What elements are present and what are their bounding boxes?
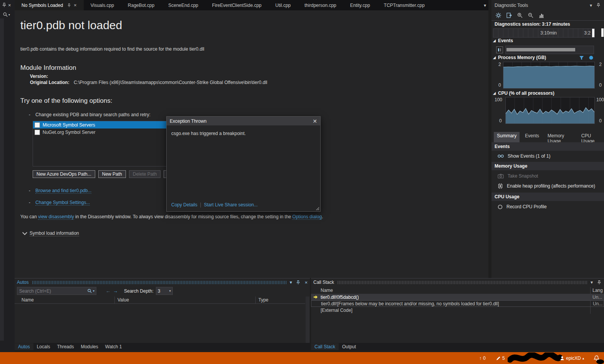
search-input[interactable] [17, 288, 87, 294]
tab-watch-1[interactable]: Watch 1 [102, 343, 126, 350]
tab-call-stack[interactable]: Call Stack [311, 343, 339, 350]
events-swimlane[interactable] [505, 46, 594, 54]
zoom-in-icon[interactable] [517, 12, 523, 18]
column-type[interactable]: Type [258, 297, 268, 303]
close-icon[interactable]: × [8, 2, 11, 8]
tab-sceneend-cpp[interactable]: SceneEnd.cpp [161, 0, 205, 10]
events-section-header[interactable]: ◢ Events [493, 38, 513, 43]
events-glasses-icon [498, 154, 504, 158]
symbol-load-information-expander[interactable]: Symbol load information [23, 231, 79, 236]
resize-grip[interactable] [316, 207, 319, 210]
cpu-section-header[interactable]: ◢ CPU (% of all processors) [493, 91, 554, 96]
panel-title: Call Stack [313, 280, 334, 285]
dialog-titlebar[interactable]: Exception Thrown ✕ [167, 117, 320, 125]
pending-edits-indicator[interactable]: 5 [496, 352, 505, 364]
checkbox[interactable] [35, 130, 40, 135]
column-name[interactable]: Name [22, 297, 34, 303]
autos-search-box[interactable]: ▾ [17, 287, 96, 295]
timeline-ruler[interactable]: 3:10min 3:2 [493, 28, 595, 38]
column-name[interactable]: Name [321, 288, 333, 293]
live-share-user[interactable]: epicXD ▴ [560, 352, 584, 364]
process-memory-section-header[interactable]: ◢ Process Memory (GB) [493, 55, 546, 60]
pin-icon[interactable] [67, 3, 71, 8]
reset-view-chart-icon[interactable] [538, 12, 544, 18]
navigate-forward-icon[interactable]: → [113, 288, 118, 294]
tab-autos[interactable]: Autos [15, 343, 33, 350]
tab-threads[interactable]: Threads [53, 343, 77, 350]
autos-titlebar[interactable]: Autos ▾ × [15, 278, 310, 286]
callstack-row-external[interactable]: [External Code] [311, 307, 604, 313]
callstack-row[interactable]: tier0.dll![Frames below may be incorrect… [311, 300, 604, 307]
search-depth-select[interactable]: 3 ▾ [156, 287, 173, 295]
browse-pdb-link[interactable]: Browse and find tier0.pdb... [35, 188, 91, 194]
close-icon[interactable]: × [74, 3, 77, 8]
checkbox[interactable] [35, 122, 40, 128]
version-row: Version: [30, 74, 48, 79]
events-lane-icon [496, 46, 503, 53]
drag-handle[interactable] [337, 281, 587, 284]
cpu-usage-chart[interactable] [505, 97, 595, 124]
copy-details-link[interactable]: Copy Details [171, 202, 197, 208]
window-position-chevron-icon[interactable]: ▾ [591, 280, 593, 285]
pin-icon[interactable] [296, 280, 301, 285]
change-symbol-settings-link[interactable]: Change Symbol Settings... [35, 200, 90, 206]
process-memory-chart[interactable] [503, 62, 595, 89]
tab-modules[interactable]: Modules [77, 343, 101, 350]
tab-locals[interactable]: Locals [33, 343, 54, 350]
memory-scale-top: 2 [498, 62, 501, 67]
diagnostic-tools-panel: Diagnostic Tools ▾ Diagnostics session: … [491, 0, 604, 278]
new-azure-devops-path-button[interactable]: New Azure DevOps Path... [33, 170, 95, 178]
window-position-chevron-icon[interactable]: ▾ [290, 280, 292, 285]
tab-entity-cpp[interactable]: Entity.cpp [343, 0, 377, 10]
navigate-back-icon[interactable]: ← [106, 288, 111, 294]
diagnostic-tools-titlebar[interactable]: Diagnostic Tools ▾ [491, 0, 604, 10]
chevron-down-icon[interactable]: ▾ [93, 289, 94, 293]
tab-tcptransmitter-cpp[interactable]: TCPTransmitter.cpp [377, 0, 432, 10]
show-events-item[interactable]: Show Events (1 of 1) [491, 152, 604, 161]
column-value[interactable]: Value [117, 297, 129, 303]
pin-icon[interactable] [596, 3, 601, 8]
new-path-button[interactable]: New Path [98, 170, 126, 178]
start-live-share-link[interactable]: Start Live Share session... [204, 202, 258, 208]
page-subtitle: tier0.pdb contains the debug information… [20, 46, 204, 52]
options-dialog-link[interactable]: Options dialog [292, 214, 322, 220]
close-icon[interactable]: ✕ [313, 118, 317, 124]
zoom-out-icon[interactable] [528, 12, 534, 18]
delete-path-button[interactable]: Delete Path [129, 170, 161, 178]
search-icon[interactable] [3, 12, 8, 17]
chevron-down-icon[interactable]: ▾ [8, 13, 10, 16]
drag-handle[interactable] [32, 281, 287, 284]
tab-output[interactable]: Output [339, 343, 359, 350]
redaction-scribble [508, 352, 562, 364]
take-snapshot-item[interactable]: Take Snapshot [491, 171, 604, 181]
tab-fireeventclientside-cpp[interactable]: FireEventClientSide.cpp [205, 0, 268, 10]
heap-profiling-item[interactable]: Enable heap profiling (affects performan… [491, 181, 604, 191]
pin-icon[interactable] [2, 2, 7, 8]
column-divider[interactable] [255, 296, 256, 303]
view-disassembly-link[interactable]: view disassembly [38, 214, 74, 220]
callstack-row-current[interactable]: tier0.dll!0f5dabcd() Un... [311, 294, 604, 300]
browse-pdb-row: - Browse and find tier0.pdb... [29, 188, 91, 193]
chevron-down-icon[interactable]: ▾ [590, 3, 592, 8]
search-icon[interactable] [87, 288, 92, 293]
pushes-indicator[interactable]: ↑ 0 [479, 352, 486, 364]
tab-overflow-chevron-icon[interactable]: ▾ [484, 3, 486, 8]
rail-scrollbar[interactable] [0, 18, 4, 341]
column-divider[interactable] [114, 296, 115, 303]
timeline-current-marker[interactable] [592, 29, 594, 37]
autos-scrollbar[interactable] [306, 296, 309, 343]
close-icon[interactable]: × [304, 280, 308, 285]
filter-funnel-icon[interactable] [579, 55, 584, 60]
settings-gear-icon[interactable] [495, 12, 501, 18]
tab-ragebot-cpp[interactable]: RageBot.cpp [121, 0, 161, 10]
record-cpu-profile-item[interactable]: Record CPU Profile [491, 202, 604, 211]
cpu-scale-bottom-right: 0 [599, 118, 602, 124]
tab-visuals-cpp[interactable]: Visuals.cpp [84, 0, 121, 10]
callstack-titlebar[interactable]: Call Stack ▾ [311, 278, 604, 286]
export-report-icon[interactable] [506, 12, 512, 18]
pin-icon[interactable] [597, 280, 602, 285]
column-language[interactable]: Lang [592, 288, 603, 293]
tab-util-cpp[interactable]: Util.cpp [268, 0, 298, 10]
tab-thirdperson-cpp[interactable]: thirdperson.cpp [298, 0, 343, 10]
tab-no-symbols-loaded[interactable]: No Symbols Loaded × [15, 0, 84, 10]
